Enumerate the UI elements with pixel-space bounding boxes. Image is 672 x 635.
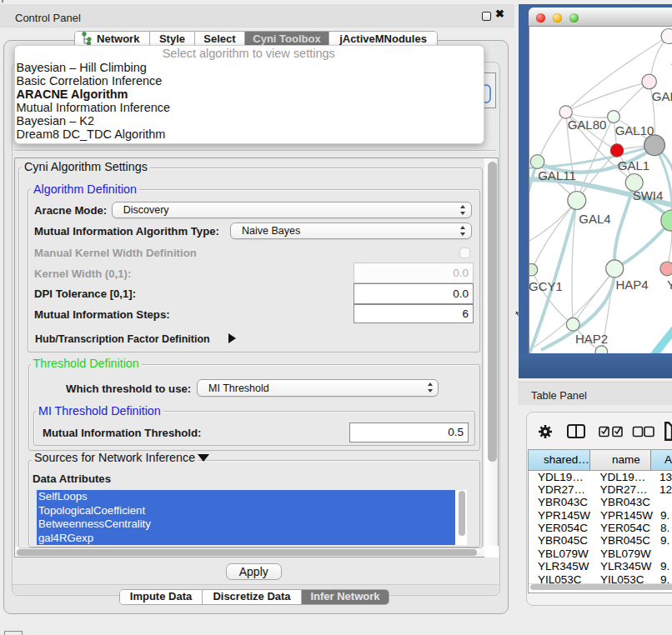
svg-text:HAP2: HAP2	[575, 332, 608, 346]
svg-text:GCY1: GCY1	[529, 279, 563, 293]
svg-text:SWI4: SWI4	[633, 188, 664, 202]
svg-text:GAL7: GAL7	[652, 89, 672, 103]
svg-text:HAP4: HAP4	[615, 278, 648, 292]
svg-text:GAL10: GAL10	[615, 123, 654, 138]
svg-text:GAL4: GAL4	[579, 212, 610, 226]
svg-text:YML: YML	[667, 278, 672, 292]
svg-text:GAL80: GAL80	[568, 118, 607, 132]
svg-text:GAL11: GAL11	[538, 168, 576, 182]
svg-text:GAL1: GAL1	[618, 158, 649, 172]
